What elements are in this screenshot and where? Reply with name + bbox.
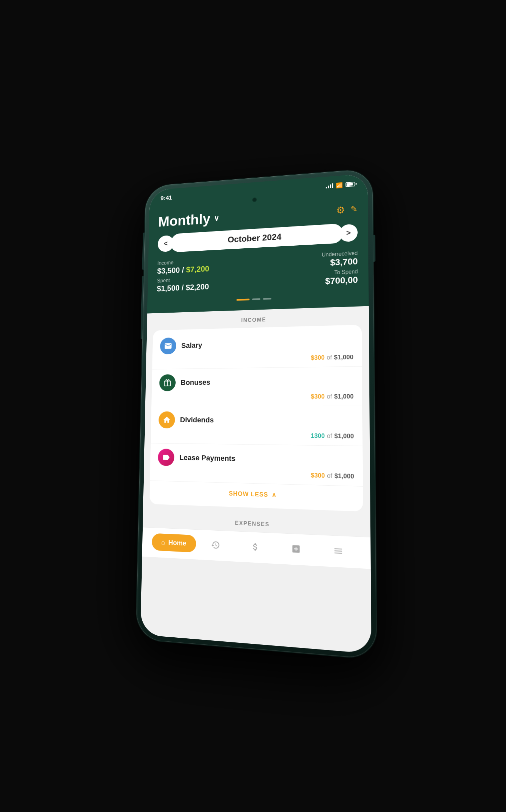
signal-bars-icon	[326, 183, 333, 188]
phone-wrapper: 9:41 📶	[136, 168, 377, 659]
month-display: October 2024	[171, 223, 343, 252]
income-base: $3,500 /	[157, 265, 186, 275]
lease-amounts: $300 of $1,000	[157, 468, 354, 480]
dividends-current: 1300	[311, 432, 325, 439]
bonus-amounts: $300 of $1,000	[159, 393, 354, 400]
bonus-icon	[159, 374, 176, 391]
bonus-name: Bonuses	[181, 378, 210, 387]
budget-nav-icon[interactable]	[250, 541, 260, 552]
stats-row: Income $3,500 / $7,200 Spent $1,500 / $2…	[157, 250, 358, 296]
progress-dots	[156, 294, 358, 304]
bonus-of: of	[327, 393, 332, 400]
home-nav-icon: ⌂	[161, 538, 165, 546]
chevron-up-icon: ∧	[272, 491, 276, 499]
list-item[interactable]: Dividends 1300 of $1,000	[151, 406, 363, 446]
underreceived-value: $3,700	[322, 256, 358, 268]
menu-nav-icon[interactable]	[333, 545, 343, 556]
list-item[interactable]: Lease Payments $300 of $1,000	[150, 443, 363, 486]
to-spend-value: $700,00	[322, 275, 358, 286]
stats-right: Underreceived $3,700 To Spend $700,00	[322, 250, 358, 288]
bonus-current: $300	[311, 393, 325, 400]
prev-month-button[interactable]: <	[158, 235, 174, 252]
home-nav-button[interactable]: ⌂ Home	[152, 533, 196, 553]
income-highlight: $7,200	[186, 264, 209, 274]
salary-total: $1,000	[334, 353, 354, 361]
dividends-of: of	[327, 432, 332, 440]
chevron-down-icon[interactable]: ∨	[214, 213, 219, 222]
dot-1	[237, 298, 250, 301]
phone-screen: 9:41 📶	[140, 173, 371, 654]
edit-icon[interactable]: ✎	[351, 204, 358, 214]
status-icons: 📶	[326, 181, 355, 189]
list-item[interactable]: Salary $300 of $1,000	[152, 327, 362, 369]
dividends-amounts: 1300 of $1,000	[158, 431, 354, 440]
dividends-total: $1,000	[334, 432, 354, 440]
lease-name: Lease Payments	[179, 453, 236, 463]
dot-2	[252, 298, 260, 300]
lease-total: $1,000	[334, 472, 354, 480]
header: Monthly ∨ ⚙ ✎ < October 2024 >	[147, 197, 369, 313]
monthly-title: Monthly ∨	[158, 210, 219, 230]
camera-dot	[252, 197, 257, 202]
wifi-icon: 📶	[336, 182, 342, 188]
salary-name: Salary	[181, 341, 203, 350]
next-month-button[interactable]: >	[339, 223, 358, 242]
salary-current: $300	[311, 354, 325, 361]
salary-of: of	[327, 354, 332, 361]
spent-value: $1,500 / $2,200	[157, 282, 209, 293]
status-time: 9:41	[160, 194, 172, 202]
title-text: Monthly	[158, 211, 211, 230]
dot-3	[263, 297, 272, 299]
battery-icon	[346, 181, 355, 187]
stats-left: Income $3,500 / $7,200 Spent $1,500 / $2…	[157, 258, 209, 296]
dividends-name: Dividends	[180, 416, 214, 424]
salary-amounts: $300 of $1,000	[160, 353, 354, 363]
lease-current: $300	[311, 472, 325, 480]
home-nav-label: Home	[168, 538, 186, 547]
content: INCOME Salary $300	[143, 306, 370, 537]
list-item[interactable]: Bonuses $300 of $1,000	[151, 366, 362, 406]
gear-icon[interactable]: ⚙	[336, 204, 345, 216]
tasks-nav-icon[interactable]	[291, 543, 301, 554]
history-nav-icon[interactable]	[211, 540, 220, 550]
phone-outer: 9:41 📶	[136, 168, 377, 659]
bonus-total: $1,000	[334, 393, 354, 400]
show-less-label: SHOW LESS	[229, 490, 268, 498]
header-actions: ⚙ ✎	[336, 203, 358, 216]
salary-icon	[160, 337, 176, 354]
dividends-icon	[158, 411, 175, 428]
lease-of: of	[327, 472, 332, 480]
lease-icon	[158, 449, 175, 466]
scene: 9:41 📶	[0, 0, 506, 812]
nav-items	[196, 539, 360, 557]
income-card: Salary $300 of $1,000	[149, 324, 363, 511]
